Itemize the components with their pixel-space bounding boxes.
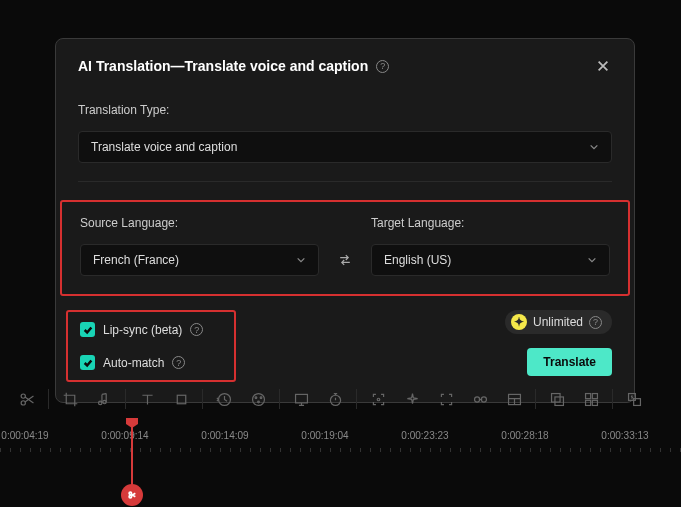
translation-type-value: Translate voice and caption: [91, 140, 237, 154]
dialog-header: AI Translation—Translate voice and capti…: [78, 57, 612, 75]
crop-icon: [62, 391, 79, 408]
effects-tool[interactable]: [395, 385, 429, 413]
target-language-select[interactable]: English (US): [371, 244, 610, 276]
checkmark-icon: [83, 325, 93, 335]
screen-tool[interactable]: [284, 385, 318, 413]
monitor-icon: [293, 391, 310, 408]
language-section-highlight: Source Language: French (France) Target …: [60, 200, 630, 296]
separator: [279, 389, 280, 409]
timeline[interactable]: 0:00:04:190:00:09:140:00:14:090:00:19:04…: [0, 430, 681, 507]
svg-rect-16: [551, 393, 560, 402]
svg-rect-18: [585, 393, 590, 398]
timeline-ruler[interactable]: 0:00:04:190:00:09:140:00:14:090:00:19:04…: [0, 430, 681, 460]
chevron-down-icon: [589, 142, 599, 152]
svg-rect-19: [592, 393, 597, 398]
help-icon[interactable]: ?: [172, 356, 185, 369]
svg-rect-20: [585, 400, 590, 405]
separator: [48, 389, 49, 409]
scissors-icon: [19, 391, 36, 408]
timer-tool[interactable]: [318, 385, 352, 413]
playhead-handle[interactable]: [121, 484, 143, 506]
language-row: Source Language: French (France) Target …: [80, 216, 610, 276]
help-icon[interactable]: ?: [190, 323, 203, 336]
link-tool[interactable]: [463, 385, 497, 413]
svg-point-8: [260, 396, 262, 398]
text-tool[interactable]: [130, 385, 164, 413]
ruler-label: 0:00:09:14: [101, 430, 148, 441]
chevron-down-icon: [587, 255, 597, 265]
ruler-label: 0:00:28:18: [501, 430, 548, 441]
layers-tool[interactable]: [540, 385, 574, 413]
dialog-title-wrap: AI Translation—Translate voice and capti…: [78, 58, 389, 74]
stopwatch-icon: [327, 391, 344, 408]
lip-sync-checkbox-row[interactable]: Lip-sync (beta) ?: [80, 322, 222, 337]
target-language-column: Target Language: English (US): [371, 216, 610, 276]
source-language-column: Source Language: French (France): [80, 216, 319, 276]
options-row: Lip-sync (beta) ? Auto-match ? ✦ Unlimit…: [78, 310, 612, 382]
svg-point-1: [21, 400, 25, 404]
audio-tool[interactable]: [87, 385, 121, 413]
grid-icon: [583, 391, 600, 408]
grid-tool[interactable]: [574, 385, 608, 413]
stop-tool[interactable]: [164, 385, 198, 413]
ruler-ticks: [0, 448, 681, 458]
swap-icon: [337, 252, 353, 268]
unlimited-badge[interactable]: ✦ Unlimited ?: [505, 310, 612, 334]
palette-icon: [250, 391, 267, 408]
svg-point-2: [98, 401, 101, 404]
ruler-label: 0:00:19:04: [301, 430, 348, 441]
svg-rect-21: [592, 400, 597, 405]
checkmark-icon: [83, 358, 93, 368]
translation-type-label: Translation Type:: [78, 103, 612, 117]
ruler-label: 0:00:33:13: [601, 430, 648, 441]
divider: [78, 181, 612, 182]
separator: [356, 389, 357, 409]
separator: [202, 389, 203, 409]
color-tool[interactable]: [241, 385, 275, 413]
separator: [535, 389, 536, 409]
close-button[interactable]: [594, 57, 612, 75]
layout-tool[interactable]: [497, 385, 531, 413]
translate-tool[interactable]: [617, 385, 651, 413]
svg-point-9: [257, 401, 259, 403]
focus-icon: [370, 391, 387, 408]
history-icon: [216, 391, 233, 408]
target-language-value: English (US): [384, 253, 451, 267]
expand-tool[interactable]: [429, 385, 463, 413]
ai-translation-dialog: AI Translation—Translate voice and capti…: [55, 38, 635, 403]
unlimited-label: Unlimited: [533, 315, 583, 329]
ruler-label: 0:00:23:23: [401, 430, 448, 441]
music-note-icon: [96, 391, 113, 408]
svg-rect-17: [554, 396, 563, 405]
swap-languages-button[interactable]: [333, 244, 357, 276]
source-language-select[interactable]: French (France): [80, 244, 319, 276]
auto-match-checkbox-row[interactable]: Auto-match ?: [80, 355, 222, 370]
layout-icon: [506, 391, 523, 408]
translate-button[interactable]: Translate: [527, 348, 612, 376]
translate-icon: [626, 391, 643, 408]
square-icon: [173, 391, 190, 408]
plus-circle-icon: ✦: [511, 314, 527, 330]
auto-match-checkbox[interactable]: [80, 355, 95, 370]
scissors-tool[interactable]: [10, 385, 44, 413]
ruler-label: 0:00:04:19: [1, 430, 48, 441]
separator: [125, 389, 126, 409]
svg-rect-4: [177, 395, 186, 404]
lip-sync-label: Lip-sync (beta): [103, 323, 182, 337]
source-language-value: French (France): [93, 253, 179, 267]
focus-tool[interactable]: [361, 385, 395, 413]
expand-icon: [438, 391, 455, 408]
text-icon: [139, 391, 156, 408]
source-language-label: Source Language:: [80, 216, 319, 230]
help-icon[interactable]: ?: [376, 60, 389, 73]
crop-tool[interactable]: [53, 385, 87, 413]
translation-type-select[interactable]: Translate voice and caption: [78, 131, 612, 163]
lip-sync-checkbox[interactable]: [80, 322, 95, 337]
svg-point-3: [102, 400, 105, 403]
link-icon: [472, 391, 489, 408]
help-icon[interactable]: ?: [589, 316, 602, 329]
playhead[interactable]: [131, 420, 133, 500]
close-icon: [596, 59, 610, 73]
history-tool[interactable]: [207, 385, 241, 413]
svg-rect-10: [295, 394, 307, 403]
